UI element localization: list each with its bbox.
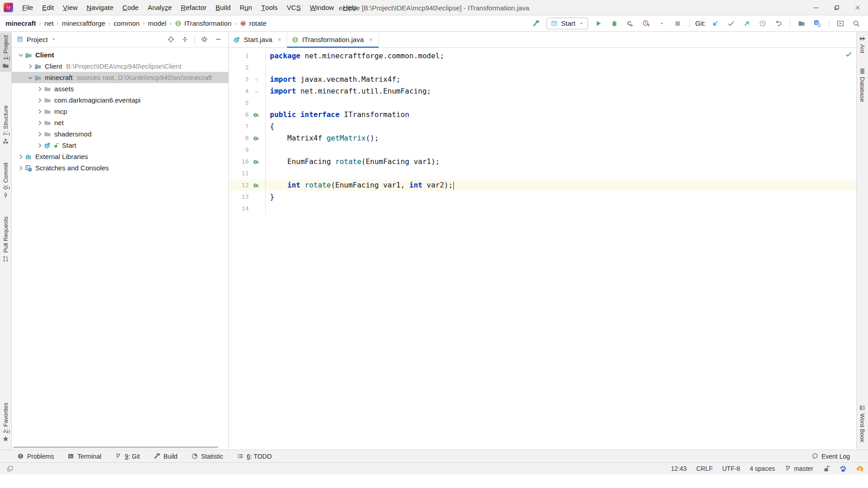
horizontal-scrollbar[interactable]: [12, 446, 228, 450]
chevron-right-icon[interactable]: [27, 63, 34, 70]
menu-analyze[interactable]: Analyze: [143, 0, 176, 15]
tree-item-external-libraries[interactable]: External Libraries: [12, 151, 228, 162]
history-button[interactable]: [757, 18, 768, 29]
hide-panel-button[interactable]: [213, 34, 224, 45]
tool-window-button-9-git[interactable]: 9: Git: [115, 453, 140, 460]
collapse-all-button[interactable]: [179, 34, 190, 45]
run-with-coverage-button[interactable]: C: [625, 18, 636, 29]
code-line-14[interactable]: 14: [229, 203, 856, 215]
gutter[interactable]: [252, 179, 266, 191]
menu-tools[interactable]: Tools: [257, 0, 283, 15]
tree-item-net[interactable]: net: [12, 117, 228, 128]
remote-host-button[interactable]: [796, 18, 807, 29]
run-button[interactable]: [593, 18, 604, 29]
scrollbar-thumb[interactable]: [13, 446, 218, 448]
tree-item-minecraft[interactable]: minecraftsources root, D:\Xunlei\mcp940\…: [12, 72, 228, 83]
code-line-11[interactable]: 11: [229, 168, 856, 179]
close-tab-icon[interactable]: ×: [277, 36, 282, 43]
menu-file[interactable]: File: [18, 0, 38, 15]
line-separator[interactable]: CRLF: [696, 465, 713, 472]
commit-button[interactable]: [726, 18, 736, 29]
window-restore-button[interactable]: [826, 0, 847, 15]
chevron-right-icon[interactable]: [17, 164, 25, 172]
breadcrumb-rotate[interactable]: mrotate: [240, 19, 266, 27]
tool-window-button-0-commit[interactable]: 0: Commit: [0, 160, 11, 201]
code-line-12[interactable]: 12 int rotate(EnumFacing var1, int var2)…: [229, 179, 856, 191]
tree-item-start[interactable]: CStart: [12, 140, 228, 151]
chevron-right-icon[interactable]: [36, 108, 44, 115]
tool-window-button-word-book[interactable]: Word Book: [857, 402, 868, 445]
tool-window-button-terminal[interactable]: Terminal: [67, 453, 101, 460]
code-line-9[interactable]: 9: [229, 144, 856, 156]
menu-refactor[interactable]: Refactor: [176, 0, 211, 15]
breadcrumb-itransformation[interactable]: ITransformation: [175, 19, 231, 27]
translate-button[interactable]: G: [812, 18, 823, 29]
tree-item-shadersmod[interactable]: shadersmod: [12, 128, 228, 140]
menu-code[interactable]: Code: [118, 0, 143, 15]
breadcrumb-common[interactable]: common: [113, 19, 140, 27]
code-line-7[interactable]: 7{: [229, 121, 856, 132]
window-close-button[interactable]: [847, 0, 868, 15]
editor-tab-itransformation-java[interactable]: ITransformation.java×: [287, 32, 378, 47]
readonly-toggle-button[interactable]: [823, 465, 830, 472]
breadcrumb-minecraftforge[interactable]: minecraftforge: [62, 19, 105, 27]
baidu-plugin-button[interactable]: [840, 465, 847, 472]
push-button[interactable]: [741, 18, 752, 29]
caret-position[interactable]: 12:43: [671, 465, 687, 472]
chevron-down-icon[interactable]: [17, 52, 25, 59]
code-editor[interactable]: 1package net.minecraftforge.common.model…: [229, 48, 856, 450]
profiler-button[interactable]: [641, 18, 651, 29]
tool-window-button-statistic[interactable]: Statistic: [191, 453, 223, 460]
menu-run[interactable]: Run: [235, 0, 257, 15]
gutter[interactable]: [252, 109, 266, 121]
chevron-down-icon[interactable]: [27, 74, 34, 81]
code-line-6[interactable]: 6public interface ITransformation: [229, 109, 856, 121]
locate-file-button[interactable]: [165, 34, 176, 45]
build-project-button[interactable]: [531, 18, 542, 29]
menu-window[interactable]: Window: [305, 0, 338, 15]
project-panel-title[interactable]: Project: [27, 36, 48, 43]
indent-style[interactable]: 4 spaces: [750, 465, 775, 472]
tree-item-client[interactable]: Client: [12, 49, 228, 61]
tool-window-button-pull-requests[interactable]: Pull Requests: [0, 214, 11, 264]
gutter[interactable]: [252, 132, 266, 144]
panel-settings-button[interactable]: [199, 34, 210, 45]
code-line-3[interactable]: 3import javax.vecmath.Matrix4f;: [229, 74, 856, 85]
git-branch[interactable]: master: [784, 465, 813, 472]
close-tab-icon[interactable]: ×: [368, 36, 374, 43]
tool-window-button-2-favorites[interactable]: 2: Favorites: [0, 400, 11, 445]
stop-button[interactable]: [672, 18, 683, 29]
tree-item-assets[interactable]: assets: [12, 83, 228, 94]
inspection-status-icon[interactable]: [845, 51, 852, 58]
chevron-right-icon[interactable]: [17, 153, 25, 160]
rollback-button[interactable]: [773, 18, 784, 29]
tree-item-client[interactable]: ClientB:\Project\IDEA\mcp940\eclipse\Cli…: [12, 61, 228, 72]
tool-window-button-ant[interactable]: Ant: [857, 33, 868, 56]
tool-window-button-build[interactable]: Build: [154, 453, 178, 460]
menu-build[interactable]: Build: [211, 0, 235, 15]
run-anything-button[interactable]: [835, 18, 846, 29]
chevron-right-icon[interactable]: [36, 119, 44, 127]
breadcrumb-model[interactable]: model: [148, 19, 166, 27]
gutter[interactable]: [252, 156, 266, 168]
code-line-8[interactable]: 8 Matrix4f getMatrix();: [229, 132, 856, 144]
breadcrumb-net[interactable]: net: [44, 19, 54, 27]
update-project-button[interactable]: [710, 18, 721, 29]
code-line-13[interactable]: 13}: [229, 191, 856, 203]
tree-item-com-darkmagician6-eventapi[interactable]: com.darkmagician6.eventapi: [12, 94, 228, 106]
chevron-right-icon[interactable]: [36, 131, 44, 138]
window-minimize-button[interactable]: [806, 0, 826, 15]
tree-item-scratches-and-consoles[interactable]: Scratches and Consoles: [12, 162, 228, 174]
chevron-right-icon[interactable]: [36, 97, 44, 104]
code-line-4[interactable]: 4import net.minecraft.util.EnumFacing;: [229, 85, 856, 97]
editor-tab-start-java[interactable]: CStart.java×: [229, 32, 287, 47]
profiler-dropdown-button[interactable]: [656, 18, 667, 29]
run-configuration-selector[interactable]: Start: [547, 18, 588, 29]
tool-window-button-problems[interactable]: Problems: [17, 453, 54, 460]
tool-window-button-1-project[interactable]: 1: Project: [0, 33, 11, 72]
tool-window-switcher-button[interactable]: [5, 463, 15, 474]
code-line-2[interactable]: 2: [229, 62, 856, 74]
code-line-1[interactable]: 1package net.minecraftforge.common.model…: [229, 50, 856, 62]
menu-view[interactable]: View: [58, 0, 82, 15]
settings-sync-button[interactable]: [856, 465, 863, 472]
